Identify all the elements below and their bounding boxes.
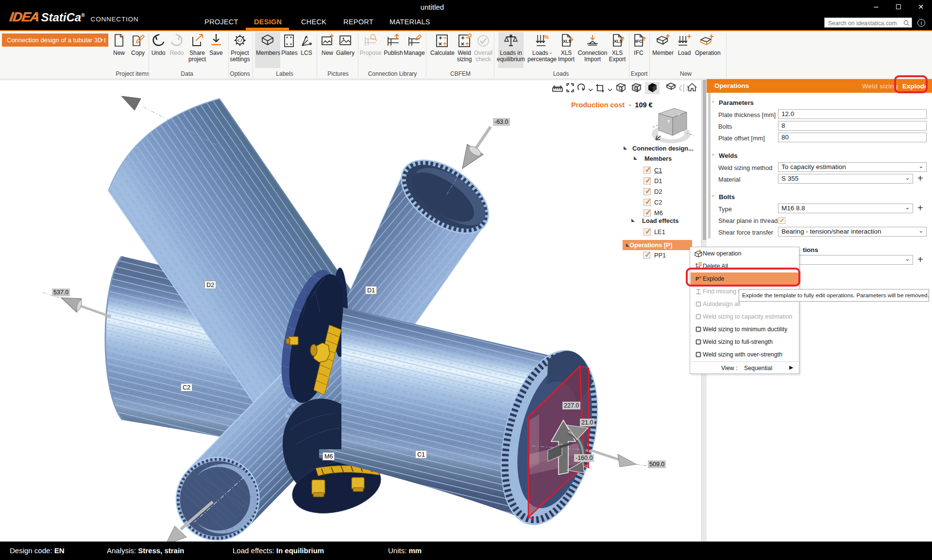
svg-text:XLS: XLS bbox=[563, 39, 572, 44]
svg-text:IFC: IFC bbox=[635, 39, 643, 44]
svg-text:XLS: XLS bbox=[614, 39, 623, 44]
svg-text:z: z bbox=[678, 112, 680, 117]
svg-text:</>: </> bbox=[237, 38, 246, 44]
svg-text:%: % bbox=[544, 34, 549, 40]
svg-text:Y: Y bbox=[667, 119, 670, 124]
